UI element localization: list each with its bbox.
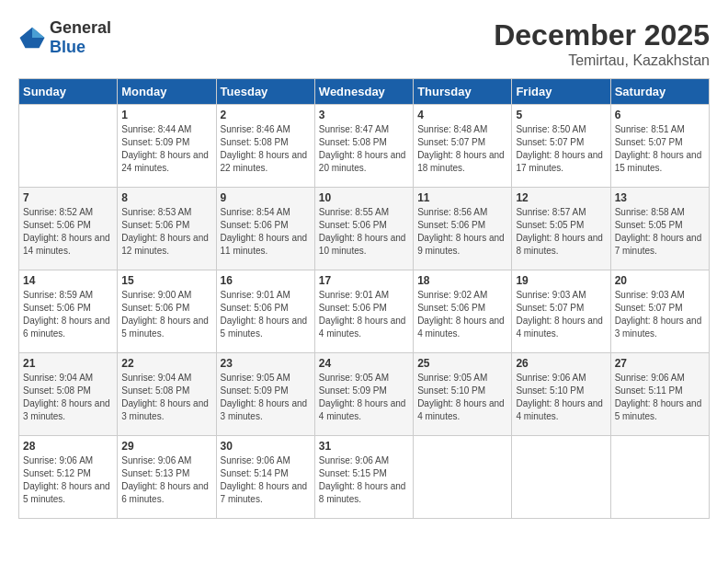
- day-info: Sunrise: 9:02 AMSunset: 5:06 PMDaylight:…: [417, 289, 507, 340]
- day-number: 27: [615, 357, 705, 370]
- day-number: 14: [23, 274, 113, 287]
- day-info: Sunrise: 9:00 AMSunset: 5:06 PMDaylight:…: [121, 289, 211, 340]
- day-info: Sunrise: 8:54 AMSunset: 5:06 PMDaylight:…: [221, 206, 311, 258]
- day-cell: 27Sunrise: 9:06 AMSunset: 5:11 PMDayligh…: [610, 353, 709, 436]
- day-info: Sunrise: 8:48 AMSunset: 5:07 PMDaylight:…: [417, 123, 507, 175]
- day-cell: 31Sunrise: 9:06 AMSunset: 5:15 PMDayligh…: [314, 436, 413, 519]
- day-cell: 18Sunrise: 9:02 AMSunset: 5:06 PMDayligh…: [414, 270, 512, 353]
- day-cell: 7Sunrise: 8:52 AMSunset: 5:06 PMDaylight…: [19, 188, 118, 270]
- day-cell: [512, 436, 610, 519]
- day-number: 29: [121, 440, 211, 453]
- day-cell: 8Sunrise: 8:53 AMSunset: 5:06 PMDaylight…: [118, 188, 216, 270]
- day-cell: [414, 436, 512, 519]
- location-title: Temirtau, Kazakhstan: [494, 52, 710, 69]
- day-cell: 23Sunrise: 9:05 AMSunset: 5:09 PMDayligh…: [216, 353, 314, 436]
- day-info: Sunrise: 9:01 AMSunset: 5:06 PMDaylight:…: [319, 289, 409, 340]
- day-cell: 3Sunrise: 8:47 AMSunset: 5:08 PMDaylight…: [314, 105, 413, 188]
- day-number: 1: [121, 109, 211, 121]
- day-number: 13: [615, 191, 705, 204]
- day-number: 4: [417, 109, 507, 121]
- day-info: Sunrise: 8:58 AMSunset: 5:05 PMDaylight:…: [615, 206, 705, 258]
- week-row-5: 28Sunrise: 9:06 AMSunset: 5:12 PMDayligh…: [19, 436, 710, 519]
- day-cell: 16Sunrise: 9:01 AMSunset: 5:06 PMDayligh…: [216, 270, 314, 353]
- day-info: Sunrise: 9:01 AMSunset: 5:06 PMDaylight:…: [221, 289, 311, 340]
- page-header: General Blue December 2025 Temirtau, Kaz…: [18, 18, 710, 69]
- day-number: 15: [121, 274, 211, 287]
- day-info: Sunrise: 8:47 AMSunset: 5:08 PMDaylight:…: [319, 123, 409, 175]
- day-cell: 2Sunrise: 8:46 AMSunset: 5:08 PMDaylight…: [216, 105, 314, 188]
- header-day-thursday: Thursday: [414, 79, 512, 105]
- day-number: 3: [319, 109, 409, 121]
- day-number: 25: [417, 357, 507, 370]
- day-cell: 9Sunrise: 8:54 AMSunset: 5:06 PMDaylight…: [216, 188, 314, 270]
- day-cell: 26Sunrise: 9:06 AMSunset: 5:10 PMDayligh…: [512, 353, 610, 436]
- day-number: 12: [516, 191, 606, 204]
- day-info: Sunrise: 9:05 AMSunset: 5:09 PMDaylight:…: [221, 372, 311, 423]
- calendar-header: SundayMondayTuesdayWednesdayThursdayFrid…: [19, 79, 710, 105]
- logo-general: General: [50, 18, 111, 37]
- day-number: 30: [221, 440, 311, 453]
- svg-marker-1: [32, 28, 45, 38]
- day-cell: 29Sunrise: 9:06 AMSunset: 5:13 PMDayligh…: [118, 436, 216, 519]
- day-number: 26: [516, 357, 606, 370]
- day-info: Sunrise: 8:56 AMSunset: 5:06 PMDaylight:…: [417, 206, 507, 258]
- calendar-table: SundayMondayTuesdayWednesdayThursdayFrid…: [18, 78, 710, 519]
- day-cell: [19, 105, 118, 188]
- day-number: 23: [221, 357, 311, 370]
- day-number: 19: [516, 274, 606, 287]
- day-info: Sunrise: 9:04 AMSunset: 5:08 PMDaylight:…: [121, 372, 211, 423]
- day-number: 8: [121, 191, 211, 204]
- header-row: SundayMondayTuesdayWednesdayThursdayFrid…: [19, 79, 710, 105]
- day-info: Sunrise: 8:57 AMSunset: 5:05 PMDaylight:…: [516, 206, 606, 258]
- day-number: 9: [221, 191, 311, 204]
- week-row-2: 7Sunrise: 8:52 AMSunset: 5:06 PMDaylight…: [19, 188, 710, 270]
- logo-icon: [18, 24, 46, 52]
- week-row-1: 1Sunrise: 8:44 AMSunset: 5:09 PMDaylight…: [19, 105, 710, 188]
- day-number: 28: [23, 440, 113, 453]
- day-cell: 28Sunrise: 9:06 AMSunset: 5:12 PMDayligh…: [19, 436, 118, 519]
- day-number: 7: [23, 191, 113, 204]
- day-cell: 11Sunrise: 8:56 AMSunset: 5:06 PMDayligh…: [414, 188, 512, 270]
- header-day-wednesday: Wednesday: [314, 79, 413, 105]
- day-number: 17: [319, 274, 409, 287]
- day-info: Sunrise: 8:50 AMSunset: 5:07 PMDaylight:…: [516, 123, 606, 175]
- logo-text: General Blue: [50, 18, 111, 57]
- title-area: December 2025 Temirtau, Kazakhstan: [494, 18, 710, 69]
- header-day-sunday: Sunday: [19, 79, 118, 105]
- day-info: Sunrise: 9:06 AMSunset: 5:15 PMDaylight:…: [319, 454, 409, 506]
- day-cell: 10Sunrise: 8:55 AMSunset: 5:06 PMDayligh…: [314, 188, 413, 270]
- day-cell: 30Sunrise: 9:06 AMSunset: 5:14 PMDayligh…: [216, 436, 314, 519]
- day-cell: 17Sunrise: 9:01 AMSunset: 5:06 PMDayligh…: [314, 270, 413, 353]
- day-info: Sunrise: 9:05 AMSunset: 5:09 PMDaylight:…: [319, 372, 409, 423]
- day-number: 10: [319, 191, 409, 204]
- day-info: Sunrise: 8:55 AMSunset: 5:06 PMDaylight:…: [319, 206, 409, 258]
- day-info: Sunrise: 9:06 AMSunset: 5:11 PMDaylight:…: [615, 372, 705, 423]
- header-day-tuesday: Tuesday: [216, 79, 314, 105]
- day-info: Sunrise: 8:59 AMSunset: 5:06 PMDaylight:…: [23, 289, 113, 340]
- day-cell: 5Sunrise: 8:50 AMSunset: 5:07 PMDaylight…: [512, 105, 610, 188]
- header-day-friday: Friday: [512, 79, 610, 105]
- day-number: 18: [417, 274, 507, 287]
- day-cell: 12Sunrise: 8:57 AMSunset: 5:05 PMDayligh…: [512, 188, 610, 270]
- day-cell: 15Sunrise: 9:00 AMSunset: 5:06 PMDayligh…: [118, 270, 216, 353]
- header-day-saturday: Saturday: [610, 79, 709, 105]
- logo-blue: Blue: [50, 38, 85, 56]
- day-cell: 25Sunrise: 9:05 AMSunset: 5:10 PMDayligh…: [414, 353, 512, 436]
- day-cell: 4Sunrise: 8:48 AMSunset: 5:07 PMDaylight…: [414, 105, 512, 188]
- day-info: Sunrise: 8:52 AMSunset: 5:06 PMDaylight:…: [23, 206, 113, 258]
- day-cell: 24Sunrise: 9:05 AMSunset: 5:09 PMDayligh…: [314, 353, 413, 436]
- week-row-4: 21Sunrise: 9:04 AMSunset: 5:08 PMDayligh…: [19, 353, 710, 436]
- day-number: 21: [23, 357, 113, 370]
- day-cell: 19Sunrise: 9:03 AMSunset: 5:07 PMDayligh…: [512, 270, 610, 353]
- header-day-monday: Monday: [118, 79, 216, 105]
- day-info: Sunrise: 9:06 AMSunset: 5:10 PMDaylight:…: [516, 372, 606, 423]
- day-info: Sunrise: 9:03 AMSunset: 5:07 PMDaylight:…: [516, 289, 606, 340]
- day-cell: 21Sunrise: 9:04 AMSunset: 5:08 PMDayligh…: [19, 353, 118, 436]
- day-info: Sunrise: 9:06 AMSunset: 5:13 PMDaylight:…: [121, 454, 211, 506]
- day-cell: 1Sunrise: 8:44 AMSunset: 5:09 PMDaylight…: [118, 105, 216, 188]
- day-number: 16: [221, 274, 311, 287]
- day-info: Sunrise: 9:05 AMSunset: 5:10 PMDaylight:…: [417, 372, 507, 423]
- day-info: Sunrise: 9:03 AMSunset: 5:07 PMDaylight:…: [615, 289, 705, 340]
- week-row-3: 14Sunrise: 8:59 AMSunset: 5:06 PMDayligh…: [19, 270, 710, 353]
- day-number: 5: [516, 109, 606, 121]
